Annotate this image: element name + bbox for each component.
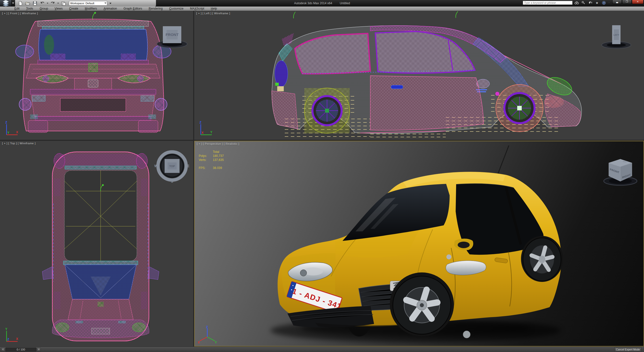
menu-graph-editors[interactable]: Graph Editors	[120, 7, 145, 11]
application-menu-button[interactable]	[0, 0, 12, 7]
axis-tripod-front: Z X Y	[2, 120, 20, 138]
viewport-area: [ + ] [ Front ] [ Wireframe ]	[0, 11, 644, 346]
quick-access-toolbar: Workspace: Default	[15, 0, 156, 7]
viewport-front[interactable]: [ + ] [ Front ] [ Wireframe ]	[0, 11, 193, 140]
menu-maxscript[interactable]: MAXScript	[187, 7, 208, 11]
stats-fps-label: FPS:	[199, 166, 213, 170]
menu-rendering[interactable]: Rendering	[145, 7, 166, 11]
save-button[interactable]	[32, 1, 38, 6]
help-button[interactable]: ?	[601, 1, 607, 5]
menu-help[interactable]: Help	[208, 7, 220, 11]
viewport-left-label[interactable]: [ + ] [ Left ] [ Wireframe ]	[196, 12, 230, 15]
titlebar: Workspace: Default Autodesk 3ds Max 2014…	[0, 0, 644, 7]
stats-polys-value: 180,737	[213, 154, 224, 158]
previous-frame-button[interactable]: <	[1, 347, 5, 351]
viewcube-left-face-label[interactable]: LEFT	[614, 34, 619, 36]
new-file-icon	[18, 1, 22, 6]
viewcube-top-face-label[interactable]: TOP	[169, 165, 175, 168]
svg-text:?: ?	[603, 2, 605, 4]
viewport-left[interactable]: [ + ] [ Left ] [ Wireframe ]	[194, 11, 644, 140]
axis-y-label: Y	[7, 131, 9, 135]
3dsmax-logo-icon	[2, 0, 10, 6]
search-button[interactable]	[574, 1, 579, 5]
question-help-icon: ?	[602, 1, 606, 5]
document-title: Untitled	[340, 2, 350, 5]
axis-x-label: X	[202, 131, 204, 135]
stats-verts-value: 137,635	[213, 158, 224, 162]
satellite-dish-icon	[588, 1, 592, 5]
axis-y-label: Y	[5, 327, 7, 331]
search-input[interactable]	[523, 1, 573, 5]
infocenter: ★ ?	[523, 0, 610, 5]
viewcube-perspective[interactable]: TOP FRONT RIGHT	[600, 155, 640, 187]
rendered-car: 1 - ADJ - 341	[195, 141, 643, 346]
viewport-front-label[interactable]: [ + ] [ Front ] [ Wireframe ]	[2, 12, 38, 15]
menu-customize[interactable]: Customize	[166, 7, 187, 11]
redo-arrow-icon	[51, 2, 55, 5]
dropdown-arrow-icon	[104, 3, 106, 4]
star-icon: ★	[595, 1, 598, 5]
viewport-perspective-label[interactable]: [ + ] [ Perspective ] [ Realistic ]	[197, 142, 239, 145]
viewport-perspective[interactable]: [ + ] [ Perspective ] [ Realistic ] Tota…	[194, 141, 644, 346]
application-menu-arrow[interactable]	[12, 3, 14, 4]
floppy-save-icon	[33, 1, 37, 5]
new-file-button[interactable]	[17, 1, 24, 6]
menu-animation[interactable]: Animation	[100, 7, 120, 11]
window-title: Autodesk 3ds Max 2014 x64 Untitled	[294, 0, 350, 7]
undo-button[interactable]	[39, 1, 46, 6]
communication-center-button[interactable]	[587, 1, 593, 5]
axis-tripod-left: Z Y X	[196, 120, 214, 138]
viewcube-front-face-label[interactable]: FRONT	[166, 32, 179, 37]
redo-history-arrow[interactable]	[57, 1, 59, 6]
clipboard-project-icon	[61, 1, 66, 6]
stats-total-header: Total	[213, 150, 219, 154]
viewcube-left[interactable]: LEFT	[598, 21, 635, 50]
viewport-top[interactable]: [ + ] [ Top ] [ Wireframe ]	[0, 141, 193, 346]
axis-x-label: X	[16, 130, 18, 134]
redo-button[interactable]	[50, 1, 56, 6]
stats-fps-value: 38.039	[213, 166, 222, 170]
menu-create[interactable]: Create	[66, 7, 82, 11]
menubar: Edit Tools Group Views Create Modifiers …	[0, 7, 644, 11]
axis-z-label: Z	[199, 121, 201, 124]
workspace-selector-value: Workspace: Default	[70, 2, 94, 5]
menu-modifiers[interactable]: Modifiers	[82, 7, 100, 11]
axis-z-label: Z	[206, 326, 208, 329]
frame-counter[interactable]: 0 / 100	[6, 347, 36, 351]
workspace-selector[interactable]: Workspace: Default	[69, 1, 107, 6]
cancel-expert-mode-button[interactable]: Cancel Expert Mode	[614, 347, 641, 352]
menu-edit[interactable]: Edit	[11, 7, 23, 11]
help-dropdown-arrow[interactable]	[608, 0, 610, 6]
subscription-center-button[interactable]	[581, 1, 586, 5]
close-button[interactable]: ✕	[632, 0, 643, 4]
axis-tripod-top: Y X Z	[2, 327, 20, 345]
axis-x-label: X	[198, 341, 200, 344]
menu-views[interactable]: Views	[51, 7, 66, 11]
next-frame-button[interactable]: >	[37, 347, 41, 351]
stats-polys-label: Polys:	[199, 154, 213, 158]
left-wireframe-car	[194, 11, 644, 140]
viewport-statistics: Total Polys:180,737 Verts:137,635 FPS:38…	[199, 150, 224, 170]
axis-y-label: Y	[210, 130, 212, 134]
open-file-button[interactable]	[24, 1, 31, 6]
open-folder-icon	[25, 1, 30, 5]
favorites-button[interactable]: ★	[594, 1, 600, 5]
toolbar-overflow-button[interactable]	[108, 1, 113, 6]
undo-history-arrow[interactable]	[46, 1, 49, 6]
statusbar: < 0 / 100 > Cancel Expert Mode	[0, 346, 644, 352]
viewcube-top[interactable]: N E S W TOP	[153, 148, 191, 184]
stats-verts-label: Verts:	[199, 158, 213, 162]
minimize-button[interactable]: ▃	[612, 0, 622, 4]
undo-arrow-icon	[40, 2, 45, 5]
menu-tools[interactable]: Tools	[23, 7, 36, 11]
restore-button[interactable]: ❐	[622, 0, 632, 4]
viewport-top-label[interactable]: [ + ] [ Top ] [ Wireframe ]	[2, 142, 36, 145]
project-folder-button[interactable]	[60, 1, 67, 6]
window-controls: ▃ ❐ ✕	[612, 0, 643, 4]
axis-y-label: Y	[215, 341, 217, 344]
key-icon	[582, 1, 585, 5]
application-title: Autodesk 3ds Max 2014 x64	[294, 2, 332, 5]
axis-x-label: X	[16, 337, 18, 341]
viewcube-front[interactable]: FRONT	[154, 21, 192, 49]
menu-group[interactable]: Group	[36, 7, 51, 11]
